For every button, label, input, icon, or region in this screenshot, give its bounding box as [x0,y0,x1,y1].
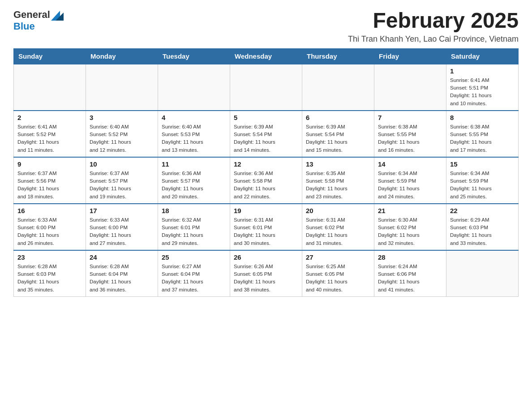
day-number: 10 [90,160,154,168]
calendar-week-row: 2Sunrise: 6:41 AM Sunset: 5:52 PM Daylig… [14,111,519,157]
table-row: 15Sunrise: 6:34 AM Sunset: 5:59 PM Dayli… [446,157,519,204]
day-info: Sunrise: 6:37 AM Sunset: 5:57 PM Dayligh… [90,170,154,201]
table-row: 25Sunrise: 6:27 AM Sunset: 6:04 PM Dayli… [158,250,230,297]
day-info: Sunrise: 6:27 AM Sunset: 6:04 PM Dayligh… [162,263,226,294]
day-number: 17 [90,207,154,214]
day-info: Sunrise: 6:40 AM Sunset: 5:52 PM Dayligh… [90,123,154,154]
day-info: Sunrise: 6:33 AM Sunset: 6:00 PM Dayligh… [90,216,154,247]
table-row: 14Sunrise: 6:34 AM Sunset: 5:59 PM Dayli… [374,157,446,204]
logo-blue-text: Blue [13,21,35,32]
title-block: February 2025 Thi Tran Khanh Yen, Lao Ca… [348,9,519,44]
day-info: Sunrise: 6:38 AM Sunset: 5:55 PM Dayligh… [450,123,515,154]
page-header: General Blue February 2025 Thi Tran Khan… [13,9,519,44]
day-info: Sunrise: 6:41 AM Sunset: 5:51 PM Dayligh… [450,77,515,107]
day-info: Sunrise: 6:30 AM Sunset: 6:02 PM Dayligh… [378,216,442,247]
table-row: 13Sunrise: 6:35 AM Sunset: 5:58 PM Dayli… [302,157,374,204]
day-number: 11 [162,160,226,168]
day-info: Sunrise: 6:31 AM Sunset: 6:01 PM Dayligh… [234,216,298,247]
day-info: Sunrise: 6:36 AM Sunset: 5:57 PM Dayligh… [162,170,226,201]
day-info: Sunrise: 6:41 AM Sunset: 5:52 PM Dayligh… [17,123,82,154]
table-row: 19Sunrise: 6:31 AM Sunset: 6:01 PM Dayli… [230,204,302,250]
day-info: Sunrise: 6:32 AM Sunset: 6:01 PM Dayligh… [162,216,226,247]
table-row: 17Sunrise: 6:33 AM Sunset: 6:00 PM Dayli… [86,204,158,250]
day-number: 5 [234,114,298,121]
day-number: 8 [450,114,515,121]
table-row [446,250,519,297]
table-row: 21Sunrise: 6:30 AM Sunset: 6:02 PM Dayli… [374,204,446,250]
table-row [230,64,302,111]
table-row: 22Sunrise: 6:29 AM Sunset: 6:03 PM Dayli… [446,204,519,250]
day-info: Sunrise: 6:33 AM Sunset: 6:00 PM Dayligh… [17,216,82,247]
col-friday: Friday [374,48,446,64]
day-number: 26 [234,253,298,261]
day-info: Sunrise: 6:40 AM Sunset: 5:53 PM Dayligh… [162,123,226,154]
table-row: 6Sunrise: 6:39 AM Sunset: 5:54 PM Daylig… [302,111,374,157]
day-info: Sunrise: 6:36 AM Sunset: 5:58 PM Dayligh… [234,170,298,201]
day-info: Sunrise: 6:34 AM Sunset: 5:59 PM Dayligh… [378,170,442,201]
day-number: 15 [450,160,515,168]
day-number: 22 [450,207,515,214]
col-tuesday: Tuesday [158,48,230,64]
calendar-header-row: Sunday Monday Tuesday Wednesday Thursday… [14,48,519,64]
table-row: 2Sunrise: 6:41 AM Sunset: 5:52 PM Daylig… [14,111,86,157]
day-info: Sunrise: 6:35 AM Sunset: 5:58 PM Dayligh… [306,170,370,201]
day-number: 12 [234,160,298,168]
table-row [158,64,230,111]
day-info: Sunrise: 6:25 AM Sunset: 6:05 PM Dayligh… [306,263,370,294]
logo-general-text: General [13,9,50,21]
table-row: 5Sunrise: 6:39 AM Sunset: 5:54 PM Daylig… [230,111,302,157]
day-number: 20 [306,207,370,214]
day-number: 3 [90,114,154,121]
day-info: Sunrise: 6:34 AM Sunset: 5:59 PM Dayligh… [450,170,515,201]
day-number: 1 [450,67,515,75]
day-number: 21 [378,207,442,214]
table-row: 9Sunrise: 6:37 AM Sunset: 5:56 PM Daylig… [14,157,86,204]
day-number: 6 [306,114,370,121]
day-number: 7 [378,114,442,121]
calendar-week-row: 1Sunrise: 6:41 AM Sunset: 5:51 PM Daylig… [14,64,519,111]
day-number: 16 [17,207,82,214]
table-row: 8Sunrise: 6:38 AM Sunset: 5:55 PM Daylig… [446,111,519,157]
col-saturday: Saturday [446,48,519,64]
day-number: 4 [162,114,226,121]
day-info: Sunrise: 6:24 AM Sunset: 6:06 PM Dayligh… [378,263,442,294]
day-info: Sunrise: 6:28 AM Sunset: 6:03 PM Dayligh… [17,263,82,294]
day-number: 24 [90,253,154,261]
day-info: Sunrise: 6:39 AM Sunset: 5:54 PM Dayligh… [234,123,298,154]
table-row: 27Sunrise: 6:25 AM Sunset: 6:05 PM Dayli… [302,250,374,297]
table-row: 4Sunrise: 6:40 AM Sunset: 5:53 PM Daylig… [158,111,230,157]
day-number: 18 [162,207,226,214]
table-row: 24Sunrise: 6:28 AM Sunset: 6:04 PM Dayli… [86,250,158,297]
col-sunday: Sunday [14,48,86,64]
day-info: Sunrise: 6:31 AM Sunset: 6:02 PM Dayligh… [306,216,370,247]
calendar-week-row: 16Sunrise: 6:33 AM Sunset: 6:00 PM Dayli… [14,204,519,250]
col-thursday: Thursday [302,48,374,64]
table-row: 11Sunrise: 6:36 AM Sunset: 5:57 PM Dayli… [158,157,230,204]
day-number: 23 [17,253,82,261]
table-row: 10Sunrise: 6:37 AM Sunset: 5:57 PM Dayli… [86,157,158,204]
day-number: 27 [306,253,370,261]
day-number: 25 [162,253,226,261]
day-info: Sunrise: 6:39 AM Sunset: 5:54 PM Dayligh… [306,123,370,154]
table-row: 1Sunrise: 6:41 AM Sunset: 5:51 PM Daylig… [446,64,519,111]
location-subtitle: Thi Tran Khanh Yen, Lao Cai Province, Vi… [348,34,519,44]
table-row: 7Sunrise: 6:38 AM Sunset: 5:55 PM Daylig… [374,111,446,157]
col-wednesday: Wednesday [230,48,302,64]
table-row: 28Sunrise: 6:24 AM Sunset: 6:06 PM Dayli… [374,250,446,297]
logo: General Blue [13,9,65,32]
col-monday: Monday [86,48,158,64]
calendar-table: Sunday Monday Tuesday Wednesday Thursday… [13,48,519,297]
day-info: Sunrise: 6:26 AM Sunset: 6:05 PM Dayligh… [234,263,298,294]
day-info: Sunrise: 6:37 AM Sunset: 5:56 PM Dayligh… [17,170,82,201]
table-row [86,64,158,111]
table-row: 12Sunrise: 6:36 AM Sunset: 5:58 PM Dayli… [230,157,302,204]
table-row: 26Sunrise: 6:26 AM Sunset: 6:05 PM Dayli… [230,250,302,297]
day-number: 14 [378,160,442,168]
day-info: Sunrise: 6:38 AM Sunset: 5:55 PM Dayligh… [378,123,442,154]
table-row [302,64,374,111]
day-number: 28 [378,253,442,261]
day-number: 2 [17,114,82,121]
day-number: 13 [306,160,370,168]
calendar-week-row: 9Sunrise: 6:37 AM Sunset: 5:56 PM Daylig… [14,157,519,204]
day-info: Sunrise: 6:29 AM Sunset: 6:03 PM Dayligh… [450,216,515,247]
